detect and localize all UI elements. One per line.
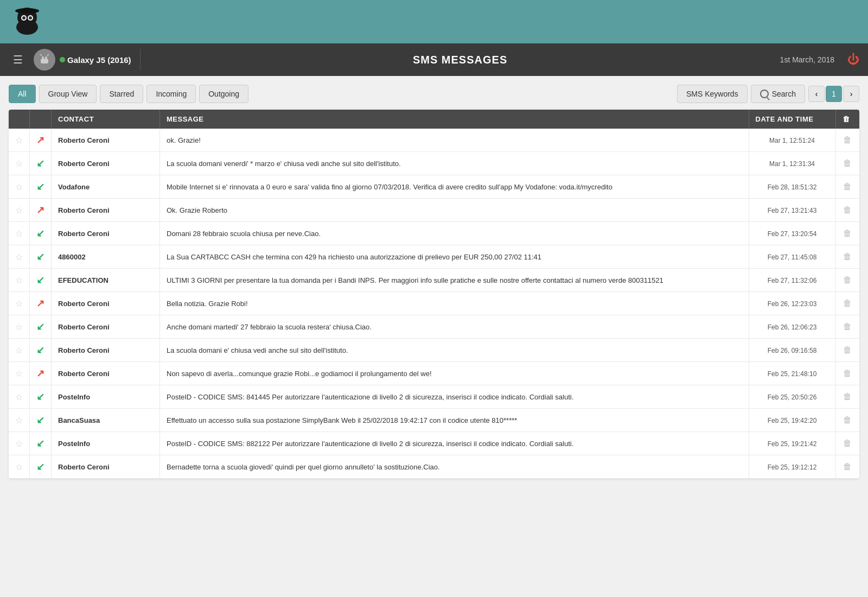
delete-row-icon[interactable]: 🗑 xyxy=(843,462,852,471)
tab-group-view[interactable]: Group View xyxy=(39,85,97,103)
star-cell[interactable]: ☆ xyxy=(9,455,30,479)
contact-cell[interactable]: PosteInfo xyxy=(52,432,160,455)
delete-cell[interactable]: 🗑 xyxy=(835,245,859,269)
delete-cell[interactable]: 🗑 xyxy=(835,315,859,339)
star-cell[interactable]: ☆ xyxy=(9,432,30,455)
delete-row-icon[interactable]: 🗑 xyxy=(843,322,852,331)
delete-cell[interactable]: 🗑 xyxy=(835,409,859,432)
delete-row-icon[interactable]: 🗑 xyxy=(843,252,852,261)
star-cell[interactable]: ☆ xyxy=(9,129,30,152)
delete-row-icon[interactable]: 🗑 xyxy=(843,135,852,144)
contact-cell[interactable]: 4860002 xyxy=(52,245,160,269)
delete-row-icon[interactable]: 🗑 xyxy=(843,369,852,378)
star-icon[interactable]: ☆ xyxy=(15,252,23,262)
direction-cell: ↙ xyxy=(30,175,52,199)
contact-cell[interactable]: Roberto Ceroni xyxy=(52,129,160,152)
star-cell[interactable]: ☆ xyxy=(9,362,30,385)
delete-row-icon[interactable]: 🗑 xyxy=(843,439,852,448)
date-text: Feb 25, 19:42:20 xyxy=(768,417,817,424)
contact-cell[interactable]: Roberto Ceroni xyxy=(52,292,160,315)
contact-cell[interactable]: Roberto Ceroni xyxy=(52,199,160,222)
delete-row-icon[interactable]: 🗑 xyxy=(843,415,852,424)
delete-row-icon[interactable]: 🗑 xyxy=(843,228,852,238)
delete-cell[interactable]: 🗑 xyxy=(835,152,859,175)
contact-name: Roberto Ceroni xyxy=(58,370,110,378)
online-indicator xyxy=(60,57,65,62)
svg-point-6 xyxy=(29,16,32,20)
contact-cell[interactable]: Vodafone xyxy=(52,175,160,199)
delete-row-icon[interactable]: 🗑 xyxy=(843,345,852,354)
delete-row-icon[interactable]: 🗑 xyxy=(843,298,852,308)
star-icon[interactable]: ☆ xyxy=(15,136,23,145)
delete-row-icon[interactable]: 🗑 xyxy=(843,392,852,401)
star-icon[interactable]: ☆ xyxy=(15,392,23,402)
contact-cell[interactable]: PosteInfo xyxy=(52,385,160,409)
delete-row-icon[interactable]: 🗑 xyxy=(843,158,852,168)
date-cell: Feb 25, 19:12:12 xyxy=(749,455,835,479)
star-cell[interactable]: ☆ xyxy=(9,269,30,292)
message-cell: ULTIMI 3 GIORNI per presentare la tua do… xyxy=(160,269,749,292)
contact-cell[interactable]: Roberto Ceroni xyxy=(52,339,160,362)
sms-keywords-button[interactable]: SMS Keywords xyxy=(677,85,748,103)
tab-incoming[interactable]: Incoming xyxy=(146,85,196,103)
delete-cell[interactable]: 🗑 xyxy=(835,432,859,455)
contact-cell[interactable]: Roberto Ceroni xyxy=(52,362,160,385)
delete-row-icon[interactable]: 🗑 xyxy=(843,205,852,214)
hamburger-button[interactable]: ☰ xyxy=(9,51,27,68)
star-icon[interactable]: ☆ xyxy=(15,229,23,238)
star-cell[interactable]: ☆ xyxy=(9,152,30,175)
contact-cell[interactable]: Roberto Ceroni xyxy=(52,455,160,479)
star-icon[interactable]: ☆ xyxy=(15,206,23,215)
delete-cell[interactable]: 🗑 xyxy=(835,269,859,292)
delete-cell[interactable]: 🗑 xyxy=(835,292,859,315)
star-cell[interactable]: ☆ xyxy=(9,315,30,339)
message-cell: La scuola domani venerdi' * marzo e' chi… xyxy=(160,152,749,175)
delete-cell[interactable]: 🗑 xyxy=(835,222,859,245)
device-name: Galaxy J5 (2016) xyxy=(67,55,131,65)
delete-cell[interactable]: 🗑 xyxy=(835,339,859,362)
incoming-arrow-icon: ↙ xyxy=(36,228,44,239)
contact-cell[interactable]: EFEDUCATION xyxy=(52,269,160,292)
star-icon[interactable]: ☆ xyxy=(15,182,23,192)
star-icon[interactable]: ☆ xyxy=(15,299,23,308)
delete-all-icon[interactable]: 🗑 xyxy=(843,115,850,123)
svg-point-2 xyxy=(15,8,39,14)
direction-cell: ↙ xyxy=(30,152,52,175)
tab-all[interactable]: All xyxy=(9,85,36,103)
star-icon[interactable]: ☆ xyxy=(15,159,23,168)
delete-cell[interactable]: 🗑 xyxy=(835,175,859,199)
star-icon[interactable]: ☆ xyxy=(15,369,23,378)
contact-cell[interactable]: Roberto Ceroni xyxy=(52,222,160,245)
star-icon[interactable]: ☆ xyxy=(15,276,23,285)
delete-cell[interactable]: 🗑 xyxy=(835,455,859,479)
delete-cell[interactable]: 🗑 xyxy=(835,362,859,385)
delete-row-icon[interactable]: 🗑 xyxy=(843,182,852,191)
power-button[interactable]: ⏻ xyxy=(847,53,859,67)
star-cell[interactable]: ☆ xyxy=(9,245,30,269)
star-cell[interactable]: ☆ xyxy=(9,339,30,362)
delete-row-icon[interactable]: 🗑 xyxy=(843,275,852,284)
contact-cell[interactable]: BancaSuasa xyxy=(52,409,160,432)
star-icon[interactable]: ☆ xyxy=(15,462,23,472)
star-cell[interactable]: ☆ xyxy=(9,175,30,199)
search-button[interactable]: Search xyxy=(751,85,805,103)
star-icon[interactable]: ☆ xyxy=(15,322,23,332)
next-page-button[interactable]: › xyxy=(843,86,859,102)
delete-cell[interactable]: 🗑 xyxy=(835,129,859,152)
contact-cell[interactable]: Roberto Ceroni xyxy=(52,315,160,339)
contact-cell[interactable]: Roberto Ceroni xyxy=(52,152,160,175)
star-cell[interactable]: ☆ xyxy=(9,199,30,222)
pagination: ‹ 1 › xyxy=(808,86,859,102)
star-icon[interactable]: ☆ xyxy=(15,439,23,448)
tab-outgoing[interactable]: Outgoing xyxy=(199,85,248,103)
star-cell[interactable]: ☆ xyxy=(9,222,30,245)
delete-cell[interactable]: 🗑 xyxy=(835,199,859,222)
star-icon[interactable]: ☆ xyxy=(15,416,23,425)
prev-page-button[interactable]: ‹ xyxy=(808,86,825,102)
delete-cell[interactable]: 🗑 xyxy=(835,385,859,409)
star-cell[interactable]: ☆ xyxy=(9,292,30,315)
star-icon[interactable]: ☆ xyxy=(15,346,23,355)
star-cell[interactable]: ☆ xyxy=(9,409,30,432)
tab-starred[interactable]: Starred xyxy=(100,85,143,103)
star-cell[interactable]: ☆ xyxy=(9,385,30,409)
